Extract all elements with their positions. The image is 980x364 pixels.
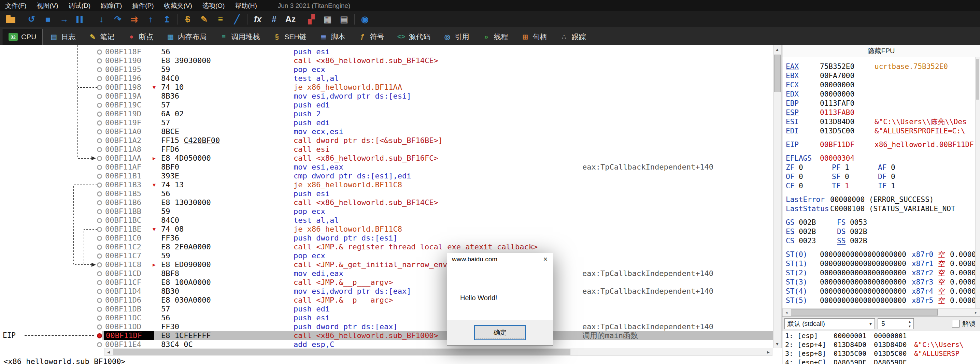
- restart-button[interactable]: ↺: [24, 12, 39, 27]
- bytes-cell[interactable]: 8BF0: [161, 163, 179, 172]
- bytes-cell[interactable]: FFD6: [161, 145, 179, 154]
- bytes-cell[interactable]: E8 030A0000: [161, 296, 211, 305]
- registers-horizontal-scrollbar[interactable]: ◂ ▸: [782, 308, 980, 316]
- address-cell[interactable]: 00BF1190: [105, 56, 153, 65]
- disasm-row[interactable]: 00BF11BB59pop ecx: [0, 207, 773, 216]
- st-name[interactable]: ST(3): [782, 278, 820, 287]
- tab-source[interactable]: <>源代码: [391, 29, 437, 45]
- disasm-row[interactable]: 00BF1190E8 39030000call <x86_helloworld.…: [0, 56, 773, 65]
- disasm-row[interactable]: 00BF119C57push edi: [0, 101, 773, 110]
- theme-brush-button[interactable]: ▞: [304, 12, 319, 27]
- disasm-row[interactable]: 00BF11CD8BF8mov edi,eaxeax:TpCallbackInd…: [0, 269, 773, 278]
- argument-row[interactable]: 2: [esp+4]013D84D0013D84D0&"C:\\Users\: [782, 340, 980, 349]
- register-value[interactable]: 00BF11DF: [820, 140, 875, 149]
- bytes-cell[interactable]: 83C4 0C: [161, 340, 193, 348]
- address-cell[interactable]: 00BF11D6: [105, 296, 153, 305]
- address-cell[interactable]: 00BF11D4: [105, 287, 153, 296]
- registers-vertical-scrollbar[interactable]: [975, 57, 980, 308]
- address-cell[interactable]: 00BF11C8: [105, 260, 153, 269]
- register-row[interactable]: ST(1)00000000000000000000x87r1空0.0000000…: [782, 259, 980, 269]
- spinner-down-icon[interactable]: ▾: [907, 324, 913, 329]
- address-cell[interactable]: 00BF119A: [105, 92, 153, 101]
- flag-pf[interactable]: PF 1: [829, 163, 875, 172]
- register-row[interactable]: ST(2)00000000000000000000x87r2空0.0000000…: [782, 269, 980, 278]
- stop-button[interactable]: ■: [40, 12, 56, 27]
- calling-convention-select[interactable]: 默认 (stdcall) ▾: [784, 318, 875, 329]
- bytes-cell[interactable]: 74 13: [161, 180, 184, 189]
- bytes-cell[interactable]: 59: [161, 207, 170, 216]
- disasm-row[interactable]: 00BF11DDFF30push dword ptr ds:[eax]eax:T…: [0, 323, 773, 331]
- step-into-button[interactable]: ↓: [94, 12, 109, 27]
- bytes-cell[interactable]: 57: [161, 118, 170, 127]
- register-row[interactable]: EBP0113FAF0: [782, 99, 980, 108]
- instruction-cell[interactable]: pop ecx: [294, 251, 325, 260]
- unlock-checkbox[interactable]: 解锁: [952, 319, 978, 328]
- trace-fx-button[interactable]: fx: [250, 12, 266, 27]
- spinner-arrows[interactable]: ▴▾: [907, 319, 913, 329]
- disasm-row[interactable]: 00BF119D6A 02push 2: [0, 110, 773, 118]
- instruction-cell[interactable]: call dword ptr ds:[<&sub_BF16BE>]: [294, 136, 443, 145]
- scroll-left-icon[interactable]: ◂: [105, 348, 112, 356]
- instruction-cell[interactable]: cmp dword ptr ds:[esi],edi: [294, 172, 411, 180]
- register-value[interactable]: 75B352E0: [820, 62, 875, 71]
- address-cell[interactable]: 00BF118F: [105, 48, 153, 56]
- flag-af[interactable]: AF 0: [875, 163, 921, 172]
- tab-notes[interactable]: ✎笔记: [82, 29, 121, 45]
- register-row[interactable]: ES 002BDS 002B: [782, 227, 980, 237]
- flag-df[interactable]: DF 0: [875, 172, 921, 181]
- address-cell[interactable]: 00BF1195: [105, 65, 153, 74]
- register-row[interactable]: EBX00FA7000: [782, 71, 980, 81]
- disasm-row[interactable]: 00BF11DFE8 1CFEFFFFcall <x86_helloworld.…: [0, 331, 773, 340]
- segment-ds[interactable]: DS 002B: [834, 227, 885, 237]
- hscrollbar-thumb[interactable]: [113, 349, 570, 355]
- bytes-cell[interactable]: 393E: [161, 172, 179, 180]
- bytes-cell[interactable]: 8B36: [161, 92, 179, 101]
- bytes-cell[interactable]: E8 2F0A0000: [161, 243, 211, 251]
- disasm-row[interactable]: 00BF119684C0test al,al: [0, 74, 773, 83]
- run-button[interactable]: →: [56, 12, 72, 27]
- instruction-cell[interactable]: test al,al: [294, 216, 339, 225]
- status-name[interactable]: LastStatus: [782, 204, 830, 213]
- disasm-row[interactable]: ▼00BF11BE74 08je x86_helloworld.BF11C8: [0, 225, 773, 234]
- disasm-row[interactable]: 00BF11AF8BF0mov esi,eaxeax:TpCallbackInd…: [0, 163, 773, 172]
- open-file-button[interactable]: [3, 12, 18, 27]
- execute-till-return-button[interactable]: ↑: [143, 12, 158, 27]
- spinner-up-icon[interactable]: ▴: [907, 319, 913, 324]
- disasm-row[interactable]: 00BF11E483C4 0Cadd esp,C: [0, 340, 773, 348]
- address-cell[interactable]: 00BF119F: [105, 118, 153, 127]
- scroll-down-icon[interactable]: ▾: [773, 340, 781, 347]
- argument-row[interactable]: 4: [esp+C]DA8659DFDA8659DF: [782, 358, 980, 364]
- tab-references[interactable]: ◎引用: [437, 29, 476, 45]
- address-cell[interactable]: 00BF11B1: [105, 172, 153, 180]
- instruction-cell[interactable]: je x86_helloworld.BF11C8: [294, 225, 402, 234]
- register-value[interactable]: 00000304: [820, 154, 875, 163]
- comment-cell[interactable]: eax:TpCallbackIndependent+140: [582, 163, 713, 172]
- register-name[interactable]: EAX: [782, 62, 820, 71]
- register-row[interactable]: ESP0113FAB0: [782, 108, 980, 118]
- flag-zf[interactable]: ZF 0: [782, 163, 829, 172]
- address-cell[interactable]: 00BF11DB: [105, 305, 153, 313]
- disasm-row[interactable]: ▼00BF119874 10je x86_helloworld.BF11AA: [0, 83, 773, 92]
- animate-into-button[interactable]: ⇉: [126, 12, 142, 27]
- st-name[interactable]: ST(4): [782, 287, 820, 296]
- register-name[interactable]: EBP: [782, 99, 820, 108]
- register-name[interactable]: EIP: [782, 140, 820, 149]
- calculator-button[interactable]: ▦: [320, 12, 336, 27]
- disasm-row[interactable]: 00BF119559pop ecx: [0, 65, 773, 74]
- disasm-row[interactable]: 00BF11B1393Ecmp dword ptr ds:[esi],edi: [0, 172, 773, 180]
- register-name[interactable]: EBX: [782, 71, 820, 81]
- address-cell[interactable]: 00BF11E4: [105, 340, 153, 348]
- flag-tf[interactable]: TF 1: [829, 181, 875, 191]
- address-cell[interactable]: 00BF11C7: [105, 251, 153, 260]
- address-cell[interactable]: 00BF11CF: [105, 278, 153, 287]
- instruction-cell[interactable]: call <x86_helloworld.sub_BF1000>: [294, 331, 438, 340]
- instruction-cell[interactable]: mov edi,eax: [294, 269, 344, 278]
- disasm-row[interactable]: 00BF11BC84C0test al,al: [0, 216, 773, 225]
- menu-item-view[interactable]: 视图(V): [32, 0, 63, 11]
- segment-gs[interactable]: GS 002B: [782, 218, 834, 227]
- menu-item-file[interactable]: 文件(F): [0, 0, 32, 11]
- bytes-cell[interactable]: E8 13030000: [161, 198, 211, 207]
- dialog-ok-button[interactable]: 确定: [474, 325, 526, 340]
- address-cell[interactable]: 00BF11AF: [105, 163, 153, 172]
- address-cell[interactable]: 00BF11B5: [105, 189, 153, 198]
